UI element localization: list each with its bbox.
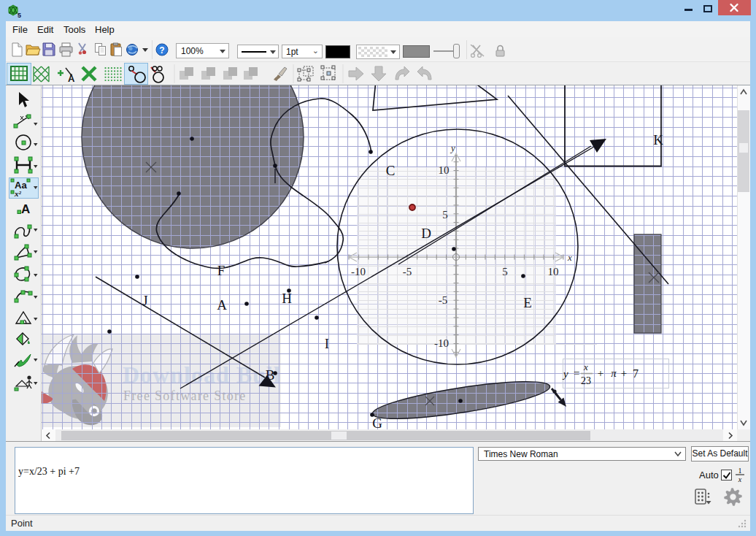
svg-text:-5: -5 — [439, 294, 448, 306]
svg-text:K: K — [653, 132, 663, 148]
svg-text:π: π — [611, 367, 617, 379]
svg-text:?: ? — [159, 45, 164, 55]
svg-text:B: B — [266, 367, 275, 383]
svg-text:=: = — [574, 367, 579, 379]
svg-text:H: H — [282, 291, 292, 306]
svg-text:J: J — [142, 293, 147, 308]
svg-text:-5: -5 — [403, 266, 412, 277]
svg-text:x: x — [567, 252, 572, 263]
svg-text:23: 23 — [581, 375, 591, 386]
svg-text:+: + — [598, 367, 603, 379]
svg-text:x: x — [583, 361, 588, 372]
svg-text:x: x — [738, 475, 742, 483]
svg-text:x²: x² — [14, 189, 22, 198]
svg-text:y: y — [450, 142, 455, 153]
svg-text:1: 1 — [738, 467, 742, 475]
svg-text:C: C — [386, 163, 396, 178]
svg-text:Download Bull: Download Bull — [123, 361, 281, 388]
svg-text:A: A — [21, 202, 30, 216]
svg-text:5: 5 — [18, 12, 21, 18]
svg-text:A: A — [217, 297, 227, 313]
svg-text:-10: -10 — [351, 266, 366, 277]
svg-text:F: F — [217, 263, 225, 278]
svg-text:5: 5 — [502, 266, 508, 277]
svg-text:10: 10 — [548, 266, 559, 277]
svg-text:10: 10 — [439, 164, 450, 176]
svg-text:A: A — [68, 73, 75, 84]
svg-text:-10: -10 — [434, 337, 449, 349]
svg-text:E: E — [523, 295, 532, 310]
svg-text:y: y — [562, 368, 568, 380]
svg-text:7: 7 — [633, 367, 639, 380]
svg-text:Free Software Store: Free Software Store — [123, 388, 247, 403]
svg-text:G: G — [372, 416, 382, 429]
svg-text:+: + — [621, 367, 627, 379]
svg-text:5: 5 — [442, 209, 448, 221]
svg-text:I: I — [325, 336, 329, 351]
svg-text:D: D — [421, 226, 431, 241]
